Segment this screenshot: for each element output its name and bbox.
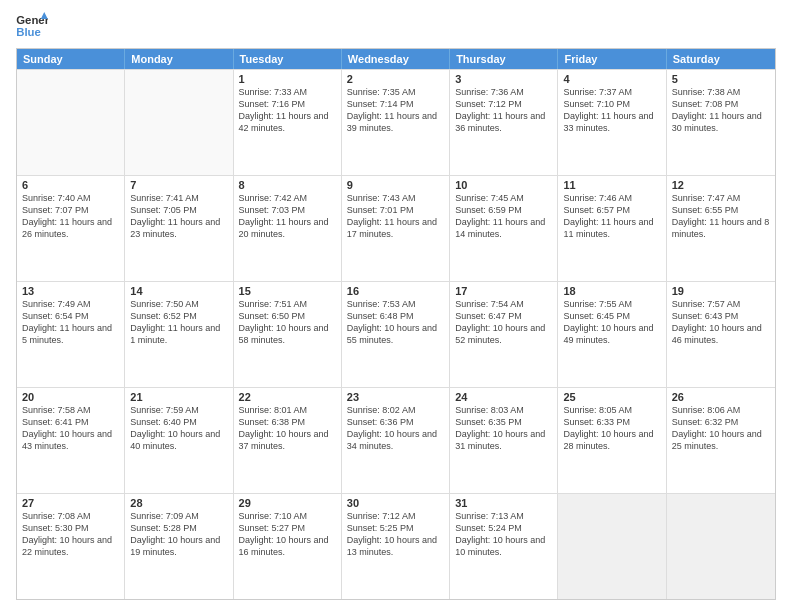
cell-info: Sunrise: 8:01 AM Sunset: 6:38 PM Dayligh… (239, 404, 336, 453)
header: General Blue (16, 12, 776, 40)
cell-info: Sunrise: 7:50 AM Sunset: 6:52 PM Dayligh… (130, 298, 227, 347)
cell-info: Sunrise: 7:55 AM Sunset: 6:45 PM Dayligh… (563, 298, 660, 347)
calendar-cell: 1Sunrise: 7:33 AM Sunset: 7:16 PM Daylig… (234, 70, 342, 175)
day-number: 10 (455, 179, 552, 191)
weekday-header: Tuesday (234, 49, 342, 69)
cell-info: Sunrise: 8:05 AM Sunset: 6:33 PM Dayligh… (563, 404, 660, 453)
day-number: 6 (22, 179, 119, 191)
calendar-row: 27Sunrise: 7:08 AM Sunset: 5:30 PM Dayli… (17, 493, 775, 599)
calendar-cell: 17Sunrise: 7:54 AM Sunset: 6:47 PM Dayli… (450, 282, 558, 387)
cell-info: Sunrise: 7:58 AM Sunset: 6:41 PM Dayligh… (22, 404, 119, 453)
cell-info: Sunrise: 7:13 AM Sunset: 5:24 PM Dayligh… (455, 510, 552, 559)
calendar-cell: 18Sunrise: 7:55 AM Sunset: 6:45 PM Dayli… (558, 282, 666, 387)
cell-info: Sunrise: 7:54 AM Sunset: 6:47 PM Dayligh… (455, 298, 552, 347)
day-number: 29 (239, 497, 336, 509)
cell-info: Sunrise: 7:35 AM Sunset: 7:14 PM Dayligh… (347, 86, 444, 135)
day-number: 5 (672, 73, 770, 85)
calendar-cell: 2Sunrise: 7:35 AM Sunset: 7:14 PM Daylig… (342, 70, 450, 175)
day-number: 3 (455, 73, 552, 85)
cell-info: Sunrise: 7:47 AM Sunset: 6:55 PM Dayligh… (672, 192, 770, 241)
calendar-cell: 13Sunrise: 7:49 AM Sunset: 6:54 PM Dayli… (17, 282, 125, 387)
day-number: 14 (130, 285, 227, 297)
cell-info: Sunrise: 7:38 AM Sunset: 7:08 PM Dayligh… (672, 86, 770, 135)
calendar-cell: 10Sunrise: 7:45 AM Sunset: 6:59 PM Dayli… (450, 176, 558, 281)
calendar-cell: 6Sunrise: 7:40 AM Sunset: 7:07 PM Daylig… (17, 176, 125, 281)
calendar-row: 20Sunrise: 7:58 AM Sunset: 6:41 PM Dayli… (17, 387, 775, 493)
cell-info: Sunrise: 7:10 AM Sunset: 5:27 PM Dayligh… (239, 510, 336, 559)
day-number: 19 (672, 285, 770, 297)
calendar-cell: 24Sunrise: 8:03 AM Sunset: 6:35 PM Dayli… (450, 388, 558, 493)
day-number: 1 (239, 73, 336, 85)
calendar-cell: 21Sunrise: 7:59 AM Sunset: 6:40 PM Dayli… (125, 388, 233, 493)
cell-info: Sunrise: 8:06 AM Sunset: 6:32 PM Dayligh… (672, 404, 770, 453)
calendar-cell: 28Sunrise: 7:09 AM Sunset: 5:28 PM Dayli… (125, 494, 233, 599)
day-number: 27 (22, 497, 119, 509)
day-number: 16 (347, 285, 444, 297)
day-number: 23 (347, 391, 444, 403)
cell-info: Sunrise: 7:12 AM Sunset: 5:25 PM Dayligh… (347, 510, 444, 559)
cell-info: Sunrise: 7:57 AM Sunset: 6:43 PM Dayligh… (672, 298, 770, 347)
calendar-cell: 3Sunrise: 7:36 AM Sunset: 7:12 PM Daylig… (450, 70, 558, 175)
calendar-header: SundayMondayTuesdayWednesdayThursdayFrid… (17, 49, 775, 69)
day-number: 20 (22, 391, 119, 403)
cell-info: Sunrise: 7:36 AM Sunset: 7:12 PM Dayligh… (455, 86, 552, 135)
calendar-cell: 15Sunrise: 7:51 AM Sunset: 6:50 PM Dayli… (234, 282, 342, 387)
day-number: 24 (455, 391, 552, 403)
weekday-header: Wednesday (342, 49, 450, 69)
calendar-cell: 25Sunrise: 8:05 AM Sunset: 6:33 PM Dayli… (558, 388, 666, 493)
day-number: 7 (130, 179, 227, 191)
cell-info: Sunrise: 7:37 AM Sunset: 7:10 PM Dayligh… (563, 86, 660, 135)
calendar-cell: 19Sunrise: 7:57 AM Sunset: 6:43 PM Dayli… (667, 282, 775, 387)
calendar-cell: 20Sunrise: 7:58 AM Sunset: 6:41 PM Dayli… (17, 388, 125, 493)
logo-icon: General Blue (16, 12, 48, 40)
cell-info: Sunrise: 7:46 AM Sunset: 6:57 PM Dayligh… (563, 192, 660, 241)
svg-text:Blue: Blue (16, 26, 41, 38)
calendar-cell (667, 494, 775, 599)
calendar-cell (17, 70, 125, 175)
day-number: 4 (563, 73, 660, 85)
weekday-header: Monday (125, 49, 233, 69)
calendar: SundayMondayTuesdayWednesdayThursdayFrid… (16, 48, 776, 600)
calendar-cell: 5Sunrise: 7:38 AM Sunset: 7:08 PM Daylig… (667, 70, 775, 175)
cell-info: Sunrise: 7:41 AM Sunset: 7:05 PM Dayligh… (130, 192, 227, 241)
logo: General Blue (16, 12, 48, 40)
calendar-cell (558, 494, 666, 599)
day-number: 15 (239, 285, 336, 297)
day-number: 22 (239, 391, 336, 403)
cell-info: Sunrise: 7:51 AM Sunset: 6:50 PM Dayligh… (239, 298, 336, 347)
calendar-cell: 8Sunrise: 7:42 AM Sunset: 7:03 PM Daylig… (234, 176, 342, 281)
weekday-header: Sunday (17, 49, 125, 69)
calendar-cell: 31Sunrise: 7:13 AM Sunset: 5:24 PM Dayli… (450, 494, 558, 599)
calendar-cell: 30Sunrise: 7:12 AM Sunset: 5:25 PM Dayli… (342, 494, 450, 599)
day-number: 13 (22, 285, 119, 297)
day-number: 17 (455, 285, 552, 297)
calendar-cell: 7Sunrise: 7:41 AM Sunset: 7:05 PM Daylig… (125, 176, 233, 281)
calendar-cell: 11Sunrise: 7:46 AM Sunset: 6:57 PM Dayli… (558, 176, 666, 281)
cell-info: Sunrise: 7:42 AM Sunset: 7:03 PM Dayligh… (239, 192, 336, 241)
calendar-cell: 14Sunrise: 7:50 AM Sunset: 6:52 PM Dayli… (125, 282, 233, 387)
day-number: 28 (130, 497, 227, 509)
day-number: 31 (455, 497, 552, 509)
day-number: 30 (347, 497, 444, 509)
calendar-cell: 16Sunrise: 7:53 AM Sunset: 6:48 PM Dayli… (342, 282, 450, 387)
calendar-row: 1Sunrise: 7:33 AM Sunset: 7:16 PM Daylig… (17, 69, 775, 175)
calendar-cell: 4Sunrise: 7:37 AM Sunset: 7:10 PM Daylig… (558, 70, 666, 175)
day-number: 26 (672, 391, 770, 403)
cell-info: Sunrise: 7:45 AM Sunset: 6:59 PM Dayligh… (455, 192, 552, 241)
cell-info: Sunrise: 7:59 AM Sunset: 6:40 PM Dayligh… (130, 404, 227, 453)
calendar-cell: 22Sunrise: 8:01 AM Sunset: 6:38 PM Dayli… (234, 388, 342, 493)
calendar-cell: 27Sunrise: 7:08 AM Sunset: 5:30 PM Dayli… (17, 494, 125, 599)
day-number: 12 (672, 179, 770, 191)
calendar-cell: 29Sunrise: 7:10 AM Sunset: 5:27 PM Dayli… (234, 494, 342, 599)
page: General Blue SundayMondayTuesdayWednesda… (0, 0, 792, 612)
cell-info: Sunrise: 7:33 AM Sunset: 7:16 PM Dayligh… (239, 86, 336, 135)
weekday-header: Saturday (667, 49, 775, 69)
day-number: 9 (347, 179, 444, 191)
cell-info: Sunrise: 7:43 AM Sunset: 7:01 PM Dayligh… (347, 192, 444, 241)
calendar-cell: 23Sunrise: 8:02 AM Sunset: 6:36 PM Dayli… (342, 388, 450, 493)
cell-info: Sunrise: 7:09 AM Sunset: 5:28 PM Dayligh… (130, 510, 227, 559)
calendar-cell: 26Sunrise: 8:06 AM Sunset: 6:32 PM Dayli… (667, 388, 775, 493)
day-number: 25 (563, 391, 660, 403)
day-number: 18 (563, 285, 660, 297)
weekday-header: Friday (558, 49, 666, 69)
